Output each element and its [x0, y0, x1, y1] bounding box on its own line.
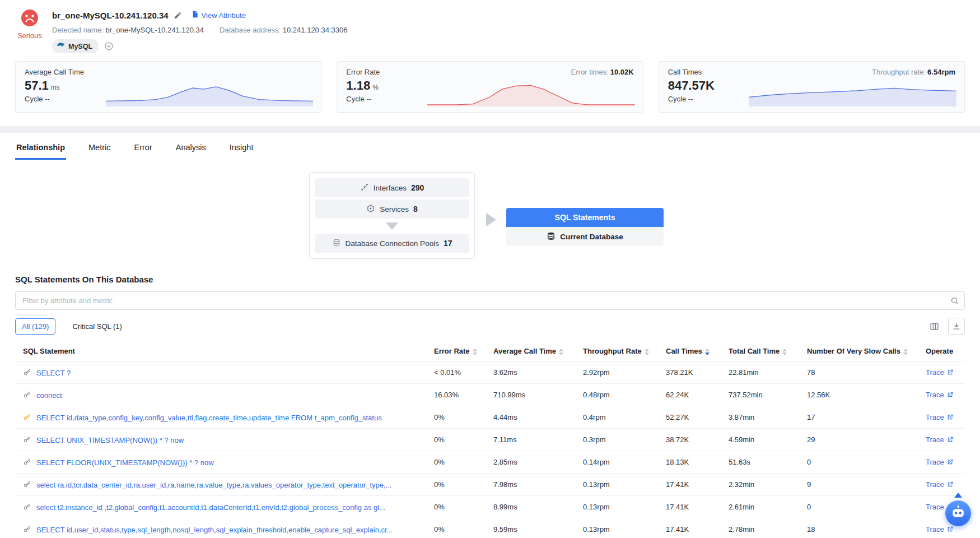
mysql-badge: MySQL [52, 39, 99, 53]
col-header-operate: Operate [921, 341, 965, 361]
cell-very-slow-calls: 0 [802, 451, 921, 474]
trace-link[interactable]: Trace [926, 525, 954, 534]
sort-icon[interactable] [903, 349, 908, 355]
trace-link[interactable]: Trace [926, 435, 954, 444]
database-icon [547, 231, 556, 242]
sort-icon[interactable] [473, 349, 477, 355]
cell-total-call-time: 2.32min [724, 474, 802, 496]
col-header-sql-statement: SQL Statement [15, 341, 430, 361]
sql-key-icon [23, 412, 31, 423]
relationship-diagram: Interfaces 290 Services 8 Database Conne… [0, 160, 980, 275]
cell-average-call-time: 710.99ms [489, 384, 578, 406]
sql-statements-button[interactable]: SQL Statements [506, 208, 664, 227]
node-count: 17 [444, 239, 452, 248]
trace-link[interactable]: Trace [926, 368, 954, 377]
col-label: Throughput Rate [583, 347, 642, 355]
cell-very-slow-calls: 17 [802, 406, 921, 429]
cell-call-times: 17.41K [661, 518, 724, 538]
col-label: Number Of Very Slow Calls [807, 347, 900, 355]
node-label: Services [380, 205, 409, 214]
col-header-throughput-rate[interactable]: Throughput Rate [578, 341, 661, 361]
assistant-robot-button[interactable] [945, 500, 971, 526]
cell-average-call-time: 7.11ms [489, 429, 578, 451]
cell-very-slow-calls: 78 [802, 361, 921, 384]
card-meta: Error times:10.02K [571, 68, 634, 76]
cell-average-call-time: 2.85ms [489, 451, 578, 474]
col-label: Total Call Time [729, 347, 780, 355]
node-label: Database Connection Pools [346, 239, 439, 248]
col-header-number-of-very-slow-calls[interactable]: Number Of Very Slow Calls [802, 341, 921, 361]
trace-link[interactable]: Trace [926, 458, 954, 466]
sql-statement-link[interactable]: connect [36, 391, 62, 399]
sql-key-icon [23, 435, 31, 445]
filter-tab-critical-sql[interactable]: Critical SQL (1) [72, 322, 122, 331]
cell-very-slow-calls: 18 [802, 518, 921, 538]
node-services[interactable]: Services 8 [315, 200, 469, 219]
tab-error[interactable]: Error [133, 137, 153, 160]
search-icon[interactable] [950, 296, 959, 307]
sort-icon[interactable] [782, 349, 787, 355]
sort-icon[interactable] [705, 349, 710, 355]
filter-input[interactable] [15, 291, 965, 310]
cell-throughput-rate: 0.14rpm [578, 451, 661, 474]
trace-link[interactable]: Trace [926, 413, 954, 421]
node-interfaces[interactable]: Interfaces 290 [315, 178, 469, 197]
sql-key-icon [23, 390, 31, 400]
current-database-label: Current Database [560, 233, 623, 241]
col-label: Operate [926, 347, 953, 355]
sql-statement-link[interactable]: SELECT id,data_type,config_key,config_va… [36, 413, 382, 421]
sql-key-icon [23, 525, 31, 535]
sort-icon[interactable] [645, 349, 649, 355]
sql-statement-link[interactable]: select t2.instance_id ,t2.global_config,… [36, 503, 385, 511]
col-label: Call Times [666, 347, 702, 355]
services-icon [366, 204, 375, 215]
table-row: select ra.id,tcr.data_center_id,ra.user_… [15, 474, 965, 496]
trace-link[interactable]: Trace [926, 391, 954, 399]
status-label: Serious [17, 31, 42, 40]
edit-icon[interactable] [174, 11, 182, 20]
node-connection-pools[interactable]: Database Connection Pools 17 [315, 234, 469, 253]
table-row: SELECT id,data_type,config_key,config_va… [15, 406, 965, 429]
sort-icon[interactable] [559, 349, 563, 355]
cell-error-rate: 0% [430, 406, 489, 429]
metric-card-error-rate[interactable]: Error Rate Error times:10.02K 1.18% Cycl… [337, 61, 643, 113]
column-settings-button[interactable] [926, 318, 942, 335]
sql-statement-link[interactable]: SELECT FLOOR(UNIX_TIMESTAMP(NOW())) * ? … [36, 458, 214, 466]
trace-link[interactable]: Trace [926, 480, 954, 489]
tab-analysis[interactable]: Analysis [175, 137, 207, 160]
tab-insight[interactable]: Insight [228, 137, 255, 160]
table-row: SELECT UNIX_TIMESTAMP(NOW()) * ? now0%7.… [15, 429, 965, 451]
external-link-icon [946, 369, 954, 376]
sql-statement-link[interactable]: SELECT id,user_id,status,type,sql_length… [36, 525, 393, 534]
scroll-top-arrow-icon[interactable] [954, 493, 962, 498]
cell-average-call-time: 7.98ms [489, 474, 578, 496]
cell-error-rate: 0% [430, 518, 489, 538]
col-header-average-call-time[interactable]: Average Call Time [489, 341, 578, 361]
metric-card-average-call-time[interactable]: Average Call Time 57.1ms Cycle -- [15, 61, 321, 113]
card-unit: % [372, 84, 379, 91]
upstream-node-box: Interfaces 290 Services 8 Database Conne… [309, 172, 475, 259]
sql-statement-link[interactable]: SELECT ? [36, 368, 71, 377]
sql-section-title: SQL Statements On This Database [0, 275, 980, 284]
sql-key-icon [23, 502, 31, 512]
col-header-call-times[interactable]: Call Times [661, 341, 724, 361]
cell-throughput-rate: 0.4rpm [578, 406, 661, 429]
col-header-error-rate[interactable]: Error Rate [430, 341, 489, 361]
main-section: Relationship Metric Error Analysis Insig… [0, 133, 980, 538]
card-value: 1.18 [346, 78, 370, 92]
tab-metric[interactable]: Metric [87, 137, 111, 160]
current-database-row[interactable]: Current Database [506, 227, 664, 246]
add-tag-icon[interactable] [104, 41, 114, 51]
download-button[interactable] [948, 318, 965, 335]
sql-statement-link[interactable]: SELECT UNIX_TIMESTAMP(NOW()) * ? now [36, 435, 184, 444]
metric-card-call-times[interactable]: Call Times Throughput rate:6.54rpm 847.5… [659, 61, 965, 113]
card-value: 847.57K [668, 78, 715, 92]
sql-statement-link[interactable]: select ra.id,tcr.data_center_id,ra.user_… [36, 480, 391, 489]
card-value: 57.1 [25, 78, 49, 92]
col-header-total-call-time[interactable]: Total Call Time [724, 341, 802, 361]
tab-relationship[interactable]: Relationship [15, 137, 66, 160]
cell-call-times: 52.27K [661, 406, 724, 429]
view-attribute-link[interactable]: View Attribute [191, 10, 246, 20]
serious-face-icon [21, 9, 39, 29]
filter-tab-all[interactable]: All (129) [15, 318, 55, 335]
